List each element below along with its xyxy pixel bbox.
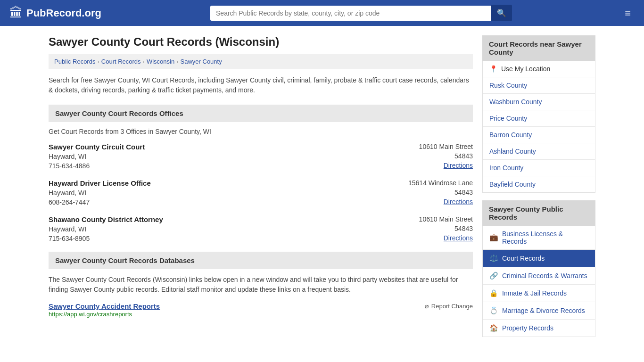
nearby-county-3[interactable]: Barron County: [483, 127, 595, 143]
pub-record-link-1[interactable]: ⚖️ Court Records: [483, 250, 595, 267]
office-address-3: 10610 Main Street: [419, 215, 473, 223]
office-card-2: Hayward Driver License Office Hayward, W…: [49, 179, 473, 206]
site-header: 🏛 PubRecord.org 🔍 ≡: [0, 0, 644, 26]
nearby-county-label-4: Ashland County: [489, 148, 536, 155]
pub-record-link-0[interactable]: 💼 Business Licenses & Records: [483, 226, 595, 249]
breadcrumb-sep-1: ›: [97, 58, 99, 65]
content-area: Sawyer County Court Records (Wisconsin) …: [49, 35, 473, 337]
pub-record-link-5[interactable]: 🏠 Property Records: [483, 320, 595, 337]
main-container: Sawyer County Court Records (Wisconsin) …: [39, 26, 605, 346]
pub-record-label-4: Marriage & Divorce Records: [502, 307, 585, 314]
pub-record-item-2[interactable]: 🔗 Criminal Records & Warrants: [483, 267, 595, 285]
directions-link-1[interactable]: Directions: [444, 162, 473, 169]
nearby-county-2[interactable]: Price County: [483, 110, 595, 127]
office-zip-3: 54843: [419, 225, 473, 232]
directions-link-3[interactable]: Directions: [444, 234, 473, 242]
report-change-icon: ⌀: [425, 302, 429, 310]
office-address-1: 10610 Main Street: [419, 143, 473, 150]
office-city-1: Hayward, WI: [49, 153, 145, 160]
nearby-county-link-0[interactable]: Rusk County: [483, 77, 595, 93]
nearby-county-label-5: Iron County: [489, 164, 523, 172]
office-left-3: Shawano County District Attorney Hayward…: [49, 215, 163, 242]
hamburger-button[interactable]: ≡: [621, 5, 635, 21]
breadcrumb: Public Records › Court Records › Wiscons…: [49, 54, 473, 69]
office-phone-2: 608-264-7447: [49, 198, 151, 206]
briefcase-icon: 💼: [489, 233, 498, 242]
house-icon: 🏠: [489, 324, 498, 332]
record-link-container: Sawyer County Accident Reports https://a…: [49, 302, 160, 318]
pub-record-label-5: Property Records: [502, 324, 553, 332]
nearby-county-label-2: Price County: [489, 115, 527, 122]
databases-description: The Sawyer County Court Records (Wiscons…: [49, 275, 473, 295]
pub-record-item-1[interactable]: ⚖️ Court Records: [483, 250, 595, 267]
office-name-3: Shawano County District Attorney: [49, 215, 163, 223]
pub-record-item-4[interactable]: 💍 Marriage & Divorce Records: [483, 302, 595, 320]
public-records-section: Sawyer County Public Records 💼 Business …: [482, 200, 595, 337]
breadcrumb-sawyer-county[interactable]: Sawyer County: [181, 58, 222, 65]
breadcrumb-sep-3: ›: [176, 58, 178, 65]
pub-record-label-0: Business Licenses & Records: [502, 230, 588, 245]
accident-reports-link[interactable]: Sawyer County Accident Reports: [49, 302, 160, 310]
office-zip-2: 54843: [408, 189, 473, 196]
nearby-county-link-4[interactable]: Ashland County: [483, 143, 595, 159]
office-address-2: 15614 Windrose Lane: [408, 179, 473, 187]
office-right-2: 15614 Windrose Lane 54843 Directions: [408, 179, 473, 206]
nearby-county-link-3[interactable]: Barron County: [483, 127, 595, 143]
report-change-label: Report Change: [431, 303, 473, 310]
pub-record-label-3: Inmate & Jail Records: [502, 289, 567, 297]
nearby-county-link-2[interactable]: Price County: [483, 110, 595, 126]
pub-record-link-4[interactable]: 💍 Marriage & Divorce Records: [483, 302, 595, 319]
offices-count: Get Court Records from 3 Offices in Sawy…: [49, 128, 473, 135]
nearby-county-1[interactable]: Washburn County: [483, 94, 595, 110]
page-description: Search for free Sawyer County, WI Court …: [49, 75, 473, 95]
use-my-location[interactable]: 📍 Use My Location: [483, 61, 595, 77]
nearby-county-link-1[interactable]: Washburn County: [483, 94, 595, 110]
public-records-header: Sawyer County Public Records: [482, 200, 595, 226]
breadcrumb-wisconsin[interactable]: Wisconsin: [147, 58, 174, 65]
pub-record-item-5[interactable]: 🏠 Property Records: [483, 320, 595, 337]
location-pin-icon: 📍: [489, 65, 497, 73]
use-my-location-item[interactable]: 📍 Use My Location: [483, 61, 595, 77]
office-right-3: 10610 Main Street 54843 Directions: [419, 215, 473, 242]
office-right-1: 10610 Main Street 54843 Directions: [419, 143, 473, 170]
ring-icon: 💍: [489, 306, 498, 315]
nearby-county-5[interactable]: Iron County: [483, 160, 595, 176]
logo[interactable]: 🏛 PubRecord.org: [9, 5, 101, 21]
offices-section-header: Sawyer County Court Records Offices: [49, 105, 473, 122]
record-url: https://app.wi.gov/crashreports: [49, 311, 132, 318]
nearby-county-link-6[interactable]: Bayfield County: [483, 176, 595, 192]
nearby-section-header: Court Records near Sawyer County: [482, 35, 595, 61]
report-change-button[interactable]: ⌀ Report Change: [425, 302, 473, 310]
logo-icon: 🏛: [9, 5, 23, 21]
nearby-county-link-5[interactable]: Iron County: [483, 160, 595, 176]
search-button[interactable]: 🔍: [491, 5, 512, 21]
nearby-county-label-1: Washburn County: [489, 98, 542, 106]
office-name-1: Sawyer County Circuit Court: [49, 143, 145, 151]
directions-link-2[interactable]: Directions: [444, 198, 473, 206]
page-title: Sawyer County Court Records (Wisconsin): [49, 35, 473, 49]
office-city-2: Hayward, WI: [49, 189, 151, 197]
office-phone-3: 715-634-8905: [49, 235, 163, 242]
record-link-row: Sawyer County Accident Reports https://a…: [49, 302, 473, 318]
breadcrumb-court-records[interactable]: Court Records: [101, 58, 141, 65]
office-zip-1: 54843: [419, 152, 473, 160]
pub-record-label-1: Court Records: [502, 255, 545, 262]
nearby-list: 📍 Use My Location Rusk County Washburn C…: [482, 61, 595, 193]
breadcrumb-sep-2: ›: [143, 58, 145, 65]
pub-record-item-0[interactable]: 💼 Business Licenses & Records: [483, 226, 595, 250]
nearby-county-4[interactable]: Ashland County: [483, 143, 595, 160]
pub-record-link-3[interactable]: 🔒 Inmate & Jail Records: [483, 285, 595, 302]
pub-record-item-3[interactable]: 🔒 Inmate & Jail Records: [483, 285, 595, 302]
nearby-county-label-3: Barron County: [489, 131, 532, 139]
nearby-county-0[interactable]: Rusk County: [483, 77, 595, 94]
breadcrumb-public-records[interactable]: Public Records: [54, 58, 95, 65]
office-name-2: Hayward Driver License Office: [49, 179, 151, 187]
office-card-1: Sawyer County Circuit Court Hayward, WI …: [49, 143, 473, 170]
nearby-county-label-6: Bayfield County: [489, 181, 536, 188]
nearby-county-6[interactable]: Bayfield County: [483, 176, 595, 192]
search-input[interactable]: [210, 6, 491, 21]
search-area: 🔍: [210, 5, 512, 21]
office-card-3: Shawano County District Attorney Hayward…: [49, 215, 473, 242]
scale-icon: ⚖️: [489, 254, 498, 263]
pub-record-link-2[interactable]: 🔗 Criminal Records & Warrants: [483, 267, 595, 284]
